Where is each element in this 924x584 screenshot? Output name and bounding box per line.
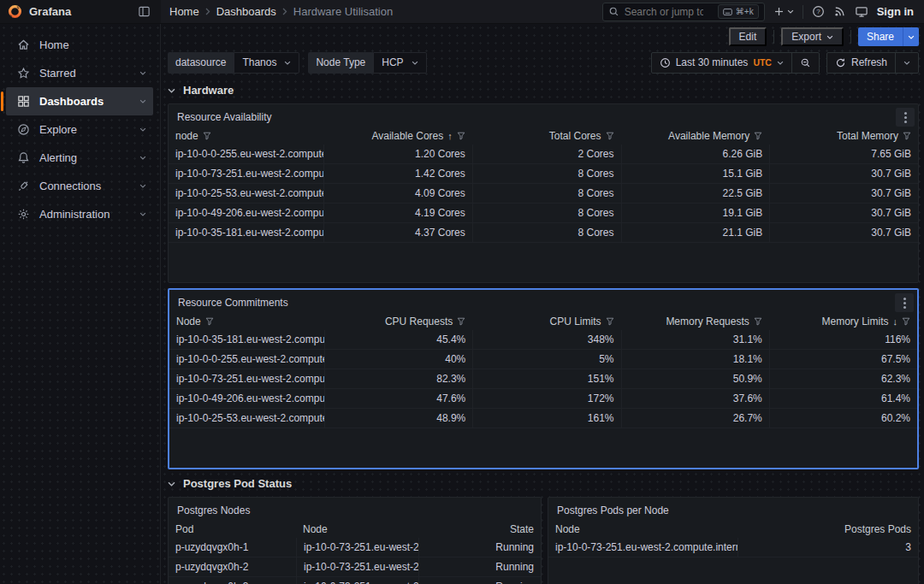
total-cores-cell: 8 Cores	[472, 223, 621, 243]
node-type-select[interactable]: HCP	[373, 52, 426, 74]
filter-icon[interactable]	[606, 132, 614, 140]
divider	[803, 5, 803, 19]
chevron-down-icon[interactable]	[139, 71, 146, 75]
sign-in-button[interactable]: Sign in	[877, 5, 914, 18]
section-row-postgres-pod-status[interactable]: Postgres Pod Status	[168, 475, 919, 493]
column-header-available-memory[interactable]: Available Memory	[621, 127, 770, 145]
zoom-out-button[interactable]	[791, 53, 819, 73]
table-row[interactable]: ip-10-0-25-53.eu-west-2.compute.internal…	[169, 184, 918, 204]
chevron-down-icon[interactable]	[139, 156, 146, 160]
column-header-cpu-limits[interactable]: CPU Limits	[472, 313, 620, 330]
column-header-memory-requests[interactable]: Memory Requests	[621, 313, 769, 330]
table-row[interactable]: ip-10-0-0-255.eu-west-2.compute.internal…	[169, 350, 917, 369]
share-button[interactable]: Share	[858, 27, 903, 46]
sidebar-item-connections[interactable]: Connections	[6, 172, 153, 200]
chevron-down-icon[interactable]	[139, 184, 146, 188]
brand-title: Grafana	[29, 5, 71, 18]
refresh-interval-button[interactable]	[895, 53, 918, 73]
filter-icon[interactable]	[902, 317, 910, 326]
filter-icon[interactable]	[205, 317, 214, 326]
refresh-button[interactable]: Refresh	[827, 53, 895, 73]
column-header-total-cores[interactable]: Total Cores	[472, 127, 621, 145]
filter-icon[interactable]	[754, 132, 762, 140]
table-row[interactable]: ip-10-0-73-251.eu-west-2.compute.interna…	[548, 538, 918, 557]
table-row[interactable]: ip-10-0-49-206.eu-west-2.compute.interna…	[169, 389, 917, 409]
node-cell: ip-10-0-49-206.eu-west-2.compute.interna…	[169, 204, 323, 223]
filter-icon[interactable]	[457, 132, 465, 140]
filter-icon[interactable]	[203, 132, 211, 140]
panel-title[interactable]: Postgres Nodes	[169, 498, 541, 521]
panel-title[interactable]: Resource Availability	[169, 104, 918, 127]
filter-icon[interactable]	[903, 132, 911, 140]
filter-icon[interactable]	[754, 317, 762, 326]
table-row[interactable]: ip-10-0-0-255.eu-west-2.compute.internal…	[169, 145, 918, 164]
panel-postgres-pods-per-node: Postgres Pods per Node Node Postgres Pod…	[548, 497, 919, 584]
table-row[interactable]: ip-10-0-73-251.eu-west-2.compute.interna…	[169, 164, 918, 184]
table-row[interactable]: ip-10-0-73-251.eu-west-2.compute.interna…	[169, 369, 917, 389]
sidebar-item-dashboards[interactable]: Dashboards	[6, 87, 153, 115]
table-row[interactable]: p-uzydqvgx0h-3 ip-10-0-73-251.eu-west-2.…	[169, 577, 541, 584]
screen-share-icon[interactable]	[855, 5, 868, 18]
panel-title[interactable]: Resource Commitments	[169, 290, 917, 313]
dock-menu-icon[interactable]	[138, 5, 151, 18]
section-row-hardware[interactable]: Hardware	[168, 81, 919, 99]
column-header-node[interactable]: node	[169, 127, 323, 145]
section-title: Postgres Pod Status	[183, 477, 292, 490]
sidebar-item-explore[interactable]: Explore	[6, 115, 153, 144]
column-header-cpu-requests[interactable]: CPU Requests	[324, 313, 472, 330]
filter-icon[interactable]	[457, 317, 465, 326]
panel-menu-button[interactable]	[896, 108, 915, 127]
chevron-down-icon	[284, 61, 291, 65]
table-row[interactable]: ip-10-0-49-206.eu-west-2.compute.interna…	[169, 204, 918, 223]
chevron-down-icon	[168, 88, 175, 93]
table-row[interactable]: p-uzydqvgx0h-2 ip-10-0-73-251.eu-west-2.…	[169, 557, 541, 577]
brand-area: Grafana	[0, 0, 161, 23]
table-row[interactable]: p-uzydqvgx0h-1 ip-10-0-73-251.eu-west-2.…	[169, 538, 541, 557]
chevron-down-icon[interactable]	[139, 99, 146, 103]
datasource-select[interactable]: Thanos	[234, 52, 299, 74]
node-cell: ip-10-0-73-251.eu-west-2.compute.interna…	[296, 577, 418, 584]
table-row[interactable]: ip-10-0-35-181.eu-west-2.compute.interna…	[169, 223, 918, 243]
sidebar-item-home[interactable]: Home	[6, 31, 153, 59]
edit-button[interactable]: Edit	[729, 27, 767, 46]
time-range-picker[interactable]: Last 30 minutes UTC	[652, 53, 791, 73]
pod-cell: p-uzydqvgx0h-1	[169, 538, 296, 557]
panel-title[interactable]: Postgres Pods per Node	[548, 498, 918, 521]
chevron-down-icon[interactable]	[139, 212, 146, 216]
panel-menu-button[interactable]	[895, 293, 914, 312]
home-icon	[17, 38, 30, 51]
search-icon	[608, 6, 619, 17]
sidebar-item-alerting[interactable]: Alerting	[6, 144, 153, 172]
sidebar-item-starred[interactable]: Starred	[6, 59, 153, 87]
keyboard-shortcut-badge: ⌘+k	[718, 4, 759, 19]
add-new-button[interactable]	[773, 6, 794, 17]
search-input[interactable]	[625, 6, 703, 18]
table-row[interactable]: ip-10-0-25-53.eu-west-2.compute.internal…	[169, 409, 917, 428]
column-header-node[interactable]: Node	[296, 521, 418, 538]
column-header-total-memory[interactable]: Total Memory	[769, 127, 918, 145]
search-box[interactable]: ⌘+k	[602, 3, 765, 21]
column-header-state[interactable]: State	[418, 521, 541, 538]
sidebar-item-administration[interactable]: Administration	[6, 200, 153, 228]
column-header-postgres-pods[interactable]: Postgres Pods	[737, 521, 918, 538]
filter-icon[interactable]	[606, 317, 614, 326]
table-header: Node CPU Requests CPU Limits Memory Requ…	[169, 313, 917, 330]
chevron-down-icon[interactable]	[139, 127, 146, 132]
help-icon[interactable]: ?	[812, 5, 825, 18]
column-header-memory-limits[interactable]: Memory Limits↓	[769, 313, 917, 330]
column-header-node[interactable]: Node	[548, 521, 737, 538]
breadcrumb-home[interactable]: Home	[169, 5, 199, 18]
keyboard-icon	[723, 9, 732, 15]
table-row[interactable]: ip-10-0-35-181.eu-west-2.compute.interna…	[169, 330, 917, 350]
column-header-available-cores[interactable]: Available Cores↑	[323, 127, 472, 145]
breadcrumb-dashboards[interactable]: Dashboards	[216, 5, 276, 18]
export-button[interactable]: Export	[781, 27, 844, 46]
memory-requests-cell: 18.1%	[621, 350, 769, 369]
share-menu-button[interactable]	[903, 27, 919, 46]
clock-icon	[660, 57, 671, 68]
news-icon[interactable]	[833, 5, 846, 18]
column-header-node[interactable]: Node	[169, 313, 324, 330]
memory-requests-cell: 50.9%	[621, 369, 769, 389]
cpu-limits-cell: 348%	[472, 330, 620, 350]
column-header-pod[interactable]: Pod	[169, 521, 296, 538]
